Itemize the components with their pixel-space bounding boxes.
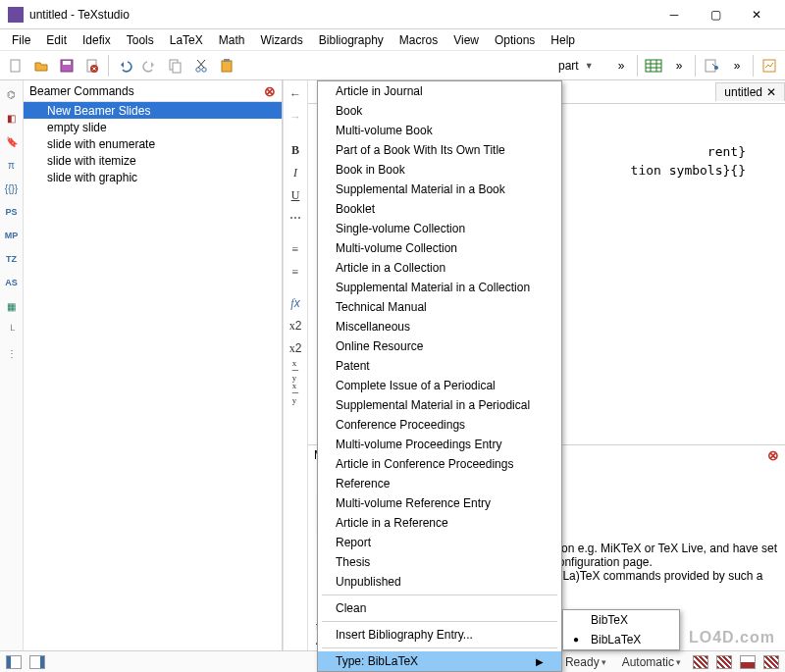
status-indicator-2[interactable] [716,655,732,669]
type-option-biblatex[interactable]: ● BibLaTeX [563,630,679,649]
status-indicator-3[interactable] [740,655,756,669]
bib-menu-item[interactable]: Booklet [318,199,561,219]
bookmarks-icon[interactable]: ◧ [2,108,22,128]
status-panel-right-icon[interactable] [29,655,45,669]
overflow-1[interactable]: » [609,54,633,78]
redo-button[interactable] [138,54,162,78]
bib-menu-item[interactable]: Reference [318,474,561,493]
bib-menu-item[interactable]: Book in Book [318,160,561,180]
axis-icon[interactable]: └ [2,320,22,339]
tree-item[interactable]: slide with enumerate [24,135,282,152]
close-window-button[interactable]: ✕ [736,1,777,28]
bib-menu-item[interactable]: Book [318,101,561,121]
chart-button[interactable] [758,54,781,78]
status-ready[interactable]: Ready▾ [561,655,610,669]
menu-tools[interactable]: Tools [119,31,162,49]
fraction-button[interactable]: x─y [285,361,306,381]
menu-edit[interactable]: Edit [38,31,75,49]
menu-view[interactable]: View [445,31,487,49]
menu-bibliography[interactable]: Bibliography [311,31,392,49]
type-option-bibtex[interactable]: BibTeX [563,610,679,630]
minimize-button[interactable]: ─ [654,1,695,28]
bib-menu-item[interactable]: Supplemental Material in a Collection [318,278,561,297]
ref-button[interactable] [700,54,723,78]
bib-menu-item[interactable]: Part of a Book With Its Own Title [318,140,561,160]
superscript-button[interactable]: x2 [285,338,306,358]
back-icon[interactable]: ← [285,84,306,104]
tree-item[interactable]: slide with graphic [24,169,282,185]
menu-math[interactable]: Math [211,31,253,49]
subscript-button[interactable]: x2 [285,316,306,336]
editor-tab[interactable]: untitled ✕ [715,82,785,101]
bookmark2-icon[interactable]: 🔖 [2,131,22,151]
close-file-button[interactable] [80,54,104,78]
bib-menu-item[interactable]: Article in Journal [318,81,561,101]
maximize-button[interactable]: ▢ [695,1,736,28]
forward-icon[interactable]: → [285,107,306,127]
bib-menu-item[interactable]: Patent [318,356,561,376]
tree-item[interactable]: slide with itemize [24,152,282,169]
align-left-icon[interactable]: ≡ [285,239,306,259]
tree-item[interactable]: New Beamer Slides [24,102,282,119]
as-icon[interactable]: AS [2,273,22,292]
side-panel-close-icon[interactable]: ⊗ [264,83,276,99]
bib-menu-item[interactable]: Article in a Reference [318,513,561,533]
bib-menu-item[interactable]: Conference Proceedings [318,415,561,435]
table-button[interactable] [642,54,665,78]
save-file-button[interactable] [55,54,78,78]
italic-button[interactable]: I [285,163,306,182]
fraction2-button[interactable]: x─y [285,384,306,403]
underline-button[interactable]: U [285,185,306,205]
status-indicator-1[interactable] [693,655,708,669]
structure-dropdown[interactable]: part▼ [553,54,607,78]
bib-menu-clean[interactable]: Clean [318,598,561,618]
bib-menu-item[interactable]: Online Resource [318,336,561,356]
tree-item[interactable]: empty slide [24,119,282,135]
bib-menu-item[interactable]: Multi-volume Collection [318,238,561,258]
bib-menu-item[interactable]: Multi-volume Proceedings Entry [318,435,561,454]
overflow-format[interactable]: ⋯ [285,208,306,228]
bib-menu-item[interactable]: Technical Manual [318,297,561,317]
menu-help[interactable]: Help [543,31,583,49]
overflow-3[interactable]: » [725,54,749,78]
bib-menu-item[interactable]: Multi-volume Reference Entry [318,493,561,513]
bib-menu-item[interactable]: Article in a Collection [318,258,561,278]
bib-menu-item[interactable]: Thesis [318,552,561,572]
tab-close-icon[interactable]: ✕ [766,85,776,99]
bib-menu-item[interactable]: Report [318,533,561,552]
mp-icon[interactable]: MP [2,226,22,245]
paste-button[interactable] [215,54,238,78]
fx-button[interactable]: fx [285,293,306,313]
messages-close-icon[interactable]: ⊗ [767,447,779,463]
align-right-icon[interactable]: ≡ [285,262,306,282]
misc-icon[interactable]: ⋮ [2,343,22,363]
bib-menu-item[interactable]: Miscellaneous [318,317,561,336]
bib-menu-item[interactable]: Supplemental Material in a Book [318,180,561,199]
status-panel-left-icon[interactable] [6,655,22,669]
tz-icon[interactable]: TZ [2,249,22,269]
menu-macros[interactable]: Macros [392,31,445,49]
status-indicator-4[interactable] [763,655,779,669]
status-mode[interactable]: Automatic▾ [618,655,685,669]
bib-menu-item[interactable]: Complete Issue of a Periodical [318,376,561,395]
bib-menu-item[interactable]: Unpublished [318,572,561,592]
bold-button[interactable]: B [285,140,306,160]
bib-menu-item[interactable]: Single-volume Collection [318,219,561,238]
menu-idefix[interactable]: Idefix [75,31,119,49]
overflow-2[interactable]: » [667,54,691,78]
undo-button[interactable] [113,54,136,78]
open-file-button[interactable] [29,54,53,78]
menu-file[interactable]: File [4,31,38,49]
bib-menu-item[interactable]: Multi-volume Book [318,121,561,140]
pi-icon[interactable]: π [2,155,22,175]
presentation-icon[interactable]: ▦ [2,296,22,316]
ps-icon[interactable]: PS [2,202,22,222]
bib-menu-item[interactable]: Supplemental Material in a Periodical [318,395,561,415]
menu-wizards[interactable]: Wizards [252,31,310,49]
structure-view-icon[interactable]: ⌬ [2,84,22,104]
brackets-icon[interactable]: {{}} [2,179,22,198]
cut-button[interactable] [189,54,213,78]
bib-menu-item[interactable]: Article in Conference Proceedings [318,454,561,474]
copy-button[interactable] [164,54,187,78]
bib-menu-type[interactable]: Type: BibLaTeX ▶ [318,651,561,671]
